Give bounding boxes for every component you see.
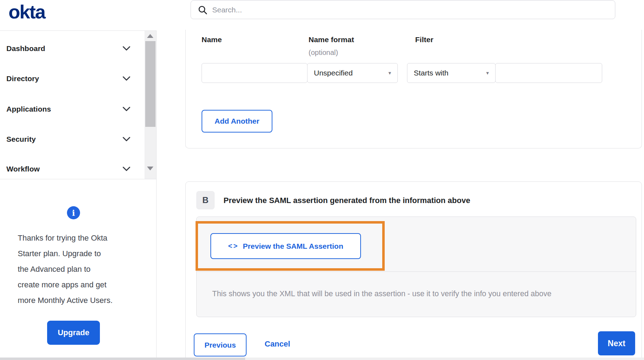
sidebar-item-label: Security — [6, 135, 36, 144]
sidebar-item-workflow[interactable]: Workflow — [0, 161, 142, 177]
name-format-select[interactable]: Unspecified ▾ — [307, 63, 398, 83]
panel-divider — [197, 271, 636, 272]
trial-plan-message: Thanks for trying the Okta Starter plan.… — [18, 230, 135, 308]
sidebar-item-directory[interactable]: Directory — [0, 71, 142, 86]
previous-button[interactable]: Previous — [194, 333, 247, 356]
attribute-statements-card: Name Name format (optional) Filter Unspe… — [185, 30, 642, 148]
okta-admin-page: okta Dashboard Directory Applications Se… — [0, 0, 644, 360]
trial-line: more Monthly Active Users. — [18, 293, 135, 308]
name-format-column-label: Name format — [309, 35, 354, 44]
dropdown-caret-icon: ▾ — [486, 70, 489, 76]
preview-button-label: Preview the SAML Assertion — [243, 242, 343, 251]
name-format-optional-label: (optional) — [309, 49, 338, 57]
filter-value-input[interactable] — [495, 63, 602, 83]
chevron-down-icon — [123, 76, 130, 81]
attribute-name-input[interactable] — [202, 63, 307, 83]
sidebar-bottom-border — [0, 179, 156, 179]
sidebar-item-security[interactable]: Security — [0, 131, 142, 147]
sidebar-divider — [156, 30, 157, 360]
scroll-down-icon[interactable] — [147, 167, 153, 170]
chevron-down-icon — [123, 107, 130, 112]
next-button[interactable]: Next — [598, 331, 635, 355]
sidebar-item-label: Dashboard — [6, 44, 45, 53]
sidebar-top-border — [0, 30, 156, 31]
upgrade-button[interactable]: Upgrade — [47, 321, 100, 345]
preview-saml-assertion-button[interactable]: <> Preview the SAML Assertion — [210, 233, 361, 259]
chevron-down-icon — [123, 137, 130, 142]
sidebar-item-applications[interactable]: Applications — [0, 101, 142, 117]
search-input[interactable] — [212, 6, 584, 14]
sidebar-item-label: Directory — [6, 74, 39, 83]
filter-operator-select[interactable]: Starts with ▾ — [407, 63, 496, 83]
dropdown-caret-icon: ▾ — [388, 70, 391, 76]
preview-section-title: Preview the SAML assertion generated fro… — [224, 196, 470, 205]
name-column-label: Name — [202, 35, 222, 44]
horizontal-scrollbar-thumb[interactable] — [0, 358, 245, 360]
sidebar-item-label: Workflow — [6, 165, 40, 173]
trial-line: Starter plan. Upgrade to — [18, 246, 135, 261]
filter-column-label: Filter — [415, 35, 433, 44]
name-format-value: Unspecified — [314, 69, 353, 77]
chevron-down-icon — [123, 167, 130, 171]
add-another-button[interactable]: Add Another — [202, 110, 272, 133]
sidebar-item-dashboard[interactable]: Dashboard — [0, 41, 142, 56]
sidebar-item-label: Applications — [6, 105, 51, 113]
filter-operator-value: Starts with — [414, 69, 448, 77]
global-search[interactable] — [191, 0, 615, 19]
cancel-link[interactable]: Cancel — [265, 339, 290, 349]
preview-panel: <> Preview the SAML Assertion This shows… — [196, 216, 636, 317]
trial-line: Thanks for trying the Okta — [18, 230, 135, 246]
info-icon: i — [67, 206, 80, 219]
chevron-down-icon — [123, 46, 130, 51]
trial-line: the Advanced plan to — [18, 261, 135, 277]
trial-line: create more apps and get — [18, 277, 135, 293]
search-icon — [198, 5, 207, 15]
step-b-badge: B — [196, 191, 215, 209]
preview-assertion-card: B Preview the SAML assertion generated f… — [185, 181, 642, 360]
sidebar-scrollbar-thumb[interactable] — [145, 41, 156, 127]
scroll-up-icon[interactable] — [147, 34, 153, 38]
okta-logo: okta — [9, 1, 45, 23]
code-brackets-icon: <> — [228, 242, 238, 250]
preview-description: This shows you the XML that will be used… — [212, 289, 623, 298]
